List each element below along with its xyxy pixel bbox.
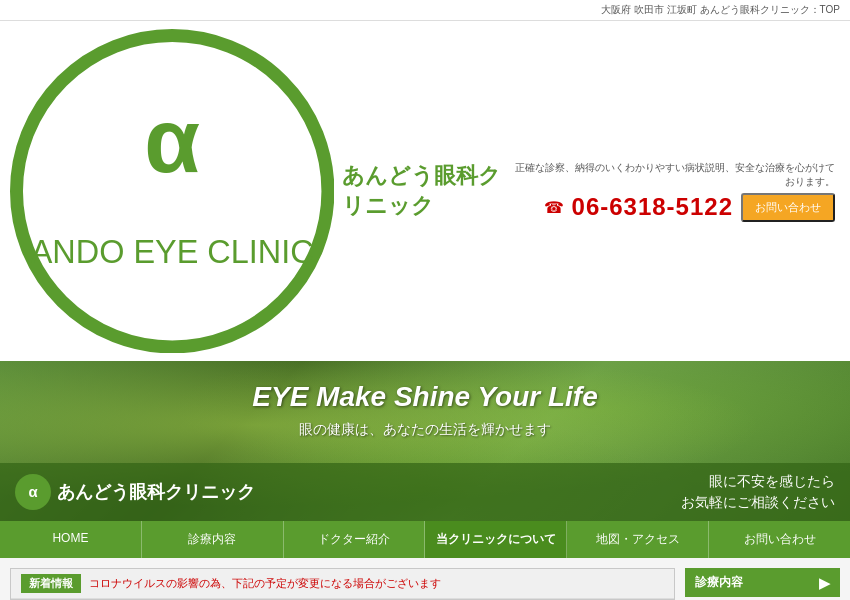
nav-home[interactable]: HOME <box>0 521 142 558</box>
nav-access[interactable]: 地図・アクセス <box>567 521 709 558</box>
hero-banner: EYE Make Shine Your Life 眼の健康は、あなたの生活を輝か… <box>0 361 850 521</box>
header-right-area: 正確な診察、納得のいくわかりやすい病状説明、安全な治療を心がけております。 ☎ … <box>506 161 835 222</box>
site-header: α ANDO EYE CLINIC あんどう眼科クリニック 正確な診察、納得のい… <box>0 21 850 361</box>
hero-logo-circle: α <box>15 474 51 510</box>
alert-banner: 新着情報 コロナウイルスの影響の為、下記の予定が変更になる場合がございます <box>10 568 675 600</box>
nav-about[interactable]: 当クリニックについて <box>425 521 567 558</box>
content-left: 新着情報 コロナウイルスの影響の為、下記の予定が変更になる場合がございます ● … <box>10 568 675 600</box>
hero-main-text: EYE Make Shine Your Life <box>0 381 850 413</box>
clinic-name-kana: あんどう眼科クリニック <box>342 163 501 218</box>
phone-row: ☎ 06-6318-5122 お問い合わせ <box>544 193 835 222</box>
phone-number: 06-6318-5122 <box>572 193 733 221</box>
main-navigation: HOME 診療内容 ドクター紹介 当クリニックについて 地図・アクセス お問い合… <box>0 521 850 558</box>
hero-text-area: EYE Make Shine Your Life 眼の健康は、あなたの生活を輝か… <box>0 381 850 439</box>
logo-area: α ANDO EYE CLINIC あんどう眼科クリニック <box>10 29 506 353</box>
alert-tag: 新着情報 <box>21 574 81 593</box>
nav-doctor[interactable]: ドクター紹介 <box>284 521 426 558</box>
hero-bottom-bar: α あんどう眼科クリニック 眼に不安を感じたら お気軽にご相談ください <box>0 463 850 521</box>
clinic-name-text: あんどう眼科クリニック <box>342 161 506 221</box>
nav-shinryo[interactable]: 診療内容 <box>142 521 284 558</box>
sidebar: 診療内容 ▶ 緑内障 白内障 角膜感染症 はやり目（ウイルス性急性結膜炎） アレ… <box>685 568 840 600</box>
hero-logo-icon: α <box>19 478 47 506</box>
contact-button[interactable]: お問い合わせ <box>741 193 835 222</box>
svg-point-0 <box>16 35 327 346</box>
svg-text:α: α <box>144 90 200 191</box>
logo-icon: α ANDO EYE CLINIC <box>10 29 334 353</box>
svg-text:ANDO EYE CLINIC: ANDO EYE CLINIC <box>31 234 314 270</box>
sidebar-arrow-icon: ▶ <box>819 575 830 591</box>
sidebar-header: 診療内容 ▶ <box>685 568 840 597</box>
hero-sub-text: 眼の健康は、あなたの生活を輝かせます <box>0 421 850 439</box>
alert-text: コロナウイルスの影響の為、下記の予定が変更になる場合がございます <box>89 576 441 591</box>
alert-header: 新着情報 コロナウイルスの影響の為、下記の予定が変更になる場合がございます <box>11 569 674 599</box>
svg-text:α: α <box>28 483 38 500</box>
hero-right-text: 眼に不安を感じたら お気軽にご相談ください <box>681 471 835 513</box>
hero-logo-area: α あんどう眼科クリニック <box>15 474 255 510</box>
nav-contact[interactable]: お問い合わせ <box>709 521 850 558</box>
hero-clinic-name: あんどう眼科クリニック <box>57 480 255 504</box>
top-breadcrumb: 大阪府 吹田市 江坂町 あんどう眼科クリニック：TOP <box>0 0 850 21</box>
main-content: 新着情報 コロナウイルスの影響の為、下記の予定が変更になる場合がございます ● … <box>0 558 850 600</box>
header-tagline: 正確な診察、納得のいくわかりやすい病状説明、安全な治療を心がけております。 <box>506 161 835 189</box>
phone-icon: ☎ <box>544 198 564 217</box>
